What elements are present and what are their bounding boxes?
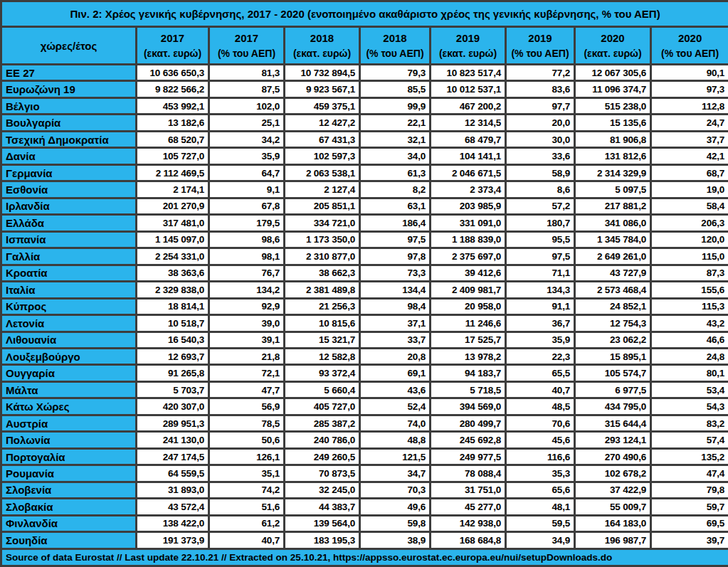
value-cell: 105 727,0 bbox=[137, 148, 209, 164]
value-cell: 270 490,6 bbox=[575, 448, 651, 465]
value-cell: 9 822 566,2 bbox=[137, 81, 209, 97]
value-cell: 32 245,0 bbox=[285, 482, 360, 498]
value-cell: 2 573 468,4 bbox=[575, 282, 651, 298]
value-cell: 155,6 bbox=[651, 282, 728, 298]
value-cell: 64 559,5 bbox=[137, 465, 209, 482]
value-cell: 12 693,7 bbox=[137, 348, 209, 364]
value-cell: 83,6 bbox=[506, 81, 575, 97]
value-cell: 405 727,0 bbox=[285, 398, 360, 415]
value-cell: 97,8 bbox=[360, 248, 431, 265]
value-cell: 5 703,7 bbox=[137, 381, 209, 398]
country-cell: Κύπρος bbox=[1, 298, 137, 314]
table-row: Μάλτα5 703,747,75 660,443,65 718,540,76 … bbox=[1, 381, 728, 398]
value-cell: 17 525,7 bbox=[431, 332, 506, 348]
table-row: Σλοβενία31 893,074,232 245,070,331 751,0… bbox=[1, 482, 728, 498]
country-cell: Ουγγαρία bbox=[1, 365, 137, 381]
value-cell: 11 096 374,7 bbox=[575, 81, 651, 97]
value-cell: 2 112 469,5 bbox=[137, 164, 209, 181]
value-cell: 37,7 bbox=[651, 131, 728, 147]
value-cell: 2 381 489,8 bbox=[285, 282, 360, 298]
value-cell: 65,6 bbox=[506, 482, 575, 498]
table-row: Πορτογαλία247 174,5126,1249 260,5121,524… bbox=[1, 448, 728, 465]
value-cell: 2 063 538,1 bbox=[285, 164, 360, 181]
value-cell: 49,6 bbox=[360, 499, 431, 515]
value-cell: 206,3 bbox=[651, 215, 728, 231]
country-cell: Ρουμανία bbox=[1, 465, 137, 482]
value-cell: 6 977,5 bbox=[575, 381, 651, 398]
value-cell: 93 372,4 bbox=[285, 365, 360, 381]
column-header-unit: (εκατ. ευρώ) bbox=[579, 46, 646, 62]
value-cell: 95,5 bbox=[506, 231, 575, 248]
value-cell: 8,6 bbox=[506, 181, 575, 198]
column-header-year: 2017 bbox=[213, 30, 280, 46]
value-cell: 201 270,9 bbox=[137, 198, 209, 214]
value-cell: 317 481,0 bbox=[137, 215, 209, 231]
value-cell: 2 649 261,0 bbox=[575, 248, 651, 265]
value-cell: 61,2 bbox=[209, 515, 285, 531]
country-cell: Πορτογαλία bbox=[1, 448, 137, 465]
country-cell: Σλοβακία bbox=[1, 499, 137, 515]
value-cell: 61,3 bbox=[360, 164, 431, 181]
column-header-unit: (% του ΑΕΠ) bbox=[364, 46, 426, 62]
column-header-year: 2020 bbox=[655, 30, 724, 46]
value-cell: 97,5 bbox=[506, 248, 575, 265]
value-cell: 73,3 bbox=[360, 265, 431, 281]
value-cell: 1 173 350,0 bbox=[285, 231, 360, 248]
value-cell: 67 431,3 bbox=[285, 131, 360, 147]
value-cell: 25,1 bbox=[209, 115, 285, 131]
country-cell: ΕΕ 27 bbox=[1, 65, 137, 81]
table-row: Ιταλία2 329 838,0134,22 381 489,8134,42 … bbox=[1, 282, 728, 298]
country-cell: Ελλάδα bbox=[1, 215, 137, 231]
value-cell: 15 895,1 bbox=[575, 348, 651, 364]
value-cell: 15 321,7 bbox=[285, 332, 360, 348]
table-row: Αυστρία289 951,378,5285 387,274,0280 499… bbox=[1, 415, 728, 431]
value-cell: 19,0 bbox=[651, 181, 728, 198]
value-cell: 31 893,0 bbox=[137, 482, 209, 498]
value-cell: 203 985,9 bbox=[431, 198, 506, 214]
value-cell: 24,7 bbox=[651, 115, 728, 131]
value-cell: 247 174,5 bbox=[137, 448, 209, 465]
value-cell: 180,7 bbox=[506, 215, 575, 231]
country-cell: Ισπανία bbox=[1, 231, 137, 248]
value-cell: 38,9 bbox=[360, 532, 431, 549]
value-cell: 186,4 bbox=[360, 215, 431, 231]
value-cell: 12 314,5 bbox=[431, 115, 506, 131]
value-cell: 52,4 bbox=[360, 398, 431, 415]
value-cell: 2 409 981,7 bbox=[431, 282, 506, 298]
value-cell: 34,9 bbox=[506, 532, 575, 549]
value-cell: 40,7 bbox=[506, 381, 575, 398]
table-row: Κύπρος18 814,192,921 256,398,420 958,091… bbox=[1, 298, 728, 314]
column-header-year: 2020 bbox=[579, 30, 646, 46]
value-cell: 315 644,4 bbox=[575, 415, 651, 431]
value-cell: 459 375,1 bbox=[285, 97, 360, 114]
value-cell: 92,9 bbox=[209, 298, 285, 314]
column-header-year: 2019 bbox=[435, 30, 501, 46]
value-cell: 31 751,0 bbox=[431, 482, 506, 498]
value-cell: 37,1 bbox=[360, 315, 431, 332]
value-cell: 2 314 329,9 bbox=[575, 164, 651, 181]
value-cell: 47,4 bbox=[651, 465, 728, 482]
value-cell: 39 412,6 bbox=[431, 265, 506, 281]
value-cell: 2 375 697,0 bbox=[431, 248, 506, 265]
table-row: Κροατία38 363,676,738 662,373,339 412,67… bbox=[1, 265, 728, 281]
table-row: ΕΕ 2710 636 650,381,310 732 894,579,310 … bbox=[1, 65, 728, 81]
value-cell: 91 265,8 bbox=[137, 365, 209, 381]
value-cell: 9 923 567,1 bbox=[285, 81, 360, 97]
value-cell: 24 852,1 bbox=[575, 298, 651, 314]
value-cell: 164 183,0 bbox=[575, 515, 651, 531]
value-cell: 38 662,3 bbox=[285, 265, 360, 281]
table-row: Ελλάδα317 481,0179,5334 721,0186,4331 09… bbox=[1, 215, 728, 231]
value-cell: 467 200,2 bbox=[431, 97, 506, 114]
value-cell: 38 363,6 bbox=[137, 265, 209, 281]
value-cell: 47,7 bbox=[209, 381, 285, 398]
table-row: Γερμανία2 112 469,564,72 063 538,161,32 … bbox=[1, 164, 728, 181]
value-cell: 78,5 bbox=[209, 415, 285, 431]
value-cell: 67,8 bbox=[209, 198, 285, 214]
value-cell: 46,6 bbox=[651, 332, 728, 348]
value-cell: 35,1 bbox=[209, 465, 285, 482]
value-cell: 43 727,9 bbox=[575, 265, 651, 281]
country-cell: Αυστρία bbox=[1, 415, 137, 431]
column-header-cell: 2019(% του ΑΕΠ) bbox=[506, 27, 575, 65]
value-cell: 121,5 bbox=[360, 448, 431, 465]
column-header-year: 2017 bbox=[141, 30, 204, 46]
